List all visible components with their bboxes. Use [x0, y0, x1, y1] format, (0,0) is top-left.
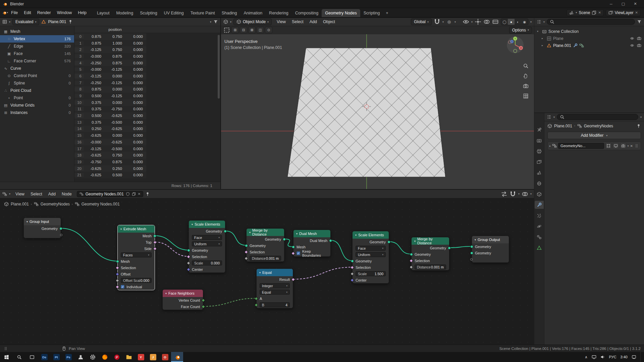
overlays-toggle-icon[interactable] — [483, 18, 490, 25]
workspace-tab-shading[interactable]: Shading — [218, 9, 240, 17]
pan-hand-icon[interactable] — [523, 73, 529, 79]
geometry-socket[interactable] — [410, 253, 413, 256]
geometry-socket[interactable] — [283, 238, 286, 241]
shading-chevron[interactable]: ▾ — [530, 20, 532, 23]
node-header-merge-by-distance-2[interactable]: ▾Merge by Distance — [412, 237, 449, 245]
node-tree-selector[interactable]: Geometry Nodes.001 ✕ — [77, 191, 143, 197]
outliner-search-input[interactable] — [547, 19, 635, 25]
node-field-offset-scal[interactable]: Offset Scal0.000 — [121, 278, 152, 283]
node-checkbox-individual[interactable]: ✓ — [121, 285, 124, 289]
viewlayer-selector[interactable]: ViewLayer ✕ — [606, 9, 641, 16]
disable-render-icon[interactable] — [637, 36, 641, 41]
node-field-scale[interactable]: Scale1.500 — [356, 271, 386, 276]
node-field-b[interactable]: B4 — [260, 302, 290, 307]
dataset-item-face-corner[interactable]: ∟Face Corner576 — [0, 57, 74, 65]
shading-rendered-button[interactable]: ◉ — [521, 19, 528, 25]
workspace-tab-animation[interactable]: Animation — [240, 9, 266, 17]
menu-edit[interactable]: Edit — [21, 10, 34, 15]
taskbar-app-paint-tool[interactable]: Pt — [50, 352, 62, 362]
geometry-nodes-icon[interactable] — [579, 43, 584, 48]
panel-expand-icon[interactable]: ▸ — [549, 144, 551, 147]
selection-socket[interactable] — [186, 255, 190, 258]
blender-menu-icon[interactable] — [2, 10, 7, 15]
workspace-tab-compositing[interactable]: Compositing — [292, 9, 322, 17]
virtual-socket[interactable] — [60, 234, 62, 236]
node-header-merge-by-distance-1[interactable]: ▾Merge by Distance — [247, 229, 284, 236]
vertex-count-socket[interactable] — [201, 298, 205, 302]
node-dropdown-integer[interactable]: Integer▾ — [260, 283, 290, 288]
node-header-dual-mesh[interactable]: ▾Dual Mesh — [293, 230, 330, 237]
properties-tab-constraints[interactable] — [535, 233, 544, 241]
properties-tab-data[interactable] — [535, 244, 544, 252]
modifier-name-field[interactable]: GeometryNo... — [558, 143, 604, 149]
zoom-icon[interactable] — [523, 63, 529, 69]
visibility-chevron[interactable]: ▾ — [471, 20, 473, 23]
mesh-socket[interactable] — [153, 234, 156, 237]
geometry-socket[interactable] — [245, 244, 248, 247]
node-merge-by-distance-2[interactable]: ▾Merge by DistanceGeometryGeometrySelect… — [411, 237, 449, 270]
toggle-grid-icon[interactable] — [523, 93, 529, 99]
unlink-icon[interactable]: ✕ — [138, 192, 141, 196]
geometry-socket[interactable] — [470, 245, 473, 248]
shading-solid-button[interactable]: ● — [508, 19, 515, 25]
breadcrumb-object[interactable]: Plane.001 — [554, 124, 572, 128]
side-socket[interactable] — [153, 247, 157, 250]
parent-tree-arrows-icon[interactable] — [501, 191, 507, 197]
menu-window[interactable]: Window — [54, 10, 75, 15]
menu-file[interactable]: File — [8, 10, 21, 15]
node-header-equal[interactable]: ▾Equal — [257, 269, 293, 276]
scene-selector[interactable]: ▾ Scene ✕ — [567, 9, 603, 16]
dataset-item-spline[interactable]: ∫Spline0 — [0, 79, 74, 87]
axis-navigation-gizmo[interactable]: Y X Z — [506, 36, 525, 54]
geometry-socket[interactable] — [351, 259, 354, 262]
modifier-wrench-icon[interactable] — [573, 43, 578, 48]
individual-socket[interactable] — [115, 285, 119, 289]
properties-tab-render[interactable] — [535, 136, 544, 144]
taskbar-app-folder[interactable] — [123, 352, 135, 362]
node-dropdown-uniform[interactable]: Uniform▾ — [356, 252, 386, 257]
menu-help[interactable]: Help — [75, 10, 90, 15]
node-scale-elements-2[interactable]: ▾Scale ElementsGeometryFace▾Uniform▾Geom… — [352, 231, 389, 284]
node-checkbox-keep-boundaries[interactable]: ✓ — [297, 251, 300, 255]
node-header-extrude-mesh[interactable]: ▾Extrude Mesh — [118, 225, 155, 233]
node-equal[interactable]: ▾EqualResultInteger▾Equal▾AB4 — [256, 268, 293, 308]
scene-unlink-icon[interactable]: ✕ — [598, 11, 601, 14]
properties-options-chevron[interactable]: ▾ — [640, 116, 642, 119]
node-header-face-neighbors[interactable]: ▾Face Neighbors — [163, 290, 203, 297]
dataset-group-curve[interactable]: ∿Curve — [0, 65, 74, 72]
node-header-group-input[interactable]: ▾Group Input — [24, 218, 61, 225]
render-toggle-icon[interactable] — [620, 143, 626, 149]
maximize-button[interactable]: ▢ — [617, 0, 629, 8]
mesh-socket[interactable] — [292, 245, 295, 248]
shading-material-button[interactable]: ◐ — [515, 19, 521, 25]
copy-icon[interactable] — [132, 192, 136, 196]
proportional-edit-icon[interactable]: ◎ — [446, 18, 452, 25]
realtime-toggle-icon[interactable] — [613, 143, 619, 149]
a-socket[interactable] — [254, 297, 258, 300]
workspace-tab-modeling[interactable]: Modeling — [113, 9, 137, 17]
filter-chevron[interactable]: ▾ — [210, 20, 211, 23]
node-header-scale-elements-2[interactable]: ▾Scale Elements — [353, 231, 389, 239]
snap-chevron[interactable]: ▾ — [518, 192, 520, 195]
dataset-item-face[interactable]: ▣Face145 — [0, 50, 74, 57]
workspace-tab-scripting[interactable]: Scripting — [360, 9, 383, 17]
taskbar-app-firefox[interactable] — [99, 352, 111, 362]
node-header-group-output[interactable]: ▾Group Output — [472, 236, 509, 243]
viewport-menu-object[interactable]: Object — [320, 19, 338, 24]
viewport-canvas[interactable]: User Perspective (1) Scene Collection | … — [221, 34, 534, 189]
taskbar-app-blender[interactable] — [171, 352, 183, 362]
taskbar-app-app-red[interactable]: O — [159, 352, 171, 362]
virtual-socket[interactable] — [470, 258, 473, 260]
geometry-socket[interactable] — [387, 240, 390, 243]
pin-icon[interactable] — [68, 19, 73, 24]
selection-socket[interactable] — [244, 250, 248, 254]
mode-dropdown[interactable]: Object Mode ▾ — [233, 18, 272, 25]
workspace-tab-geometry-nodes[interactable]: Geometry Nodes — [322, 9, 360, 17]
snap-magnet-icon[interactable] — [509, 191, 516, 197]
expand-icon[interactable]: ▾ — [537, 30, 540, 33]
properties-tab-physics[interactable] — [535, 222, 544, 230]
top-socket[interactable] — [153, 240, 157, 244]
shading-wireframe-button[interactable]: ◯ — [501, 19, 508, 25]
node-extrude-mesh[interactable]: ▾Extrude MeshMeshTopSideFaces▾MeshSelect… — [117, 225, 155, 290]
node-dropdown-equal[interactable]: Equal▾ — [260, 290, 290, 295]
